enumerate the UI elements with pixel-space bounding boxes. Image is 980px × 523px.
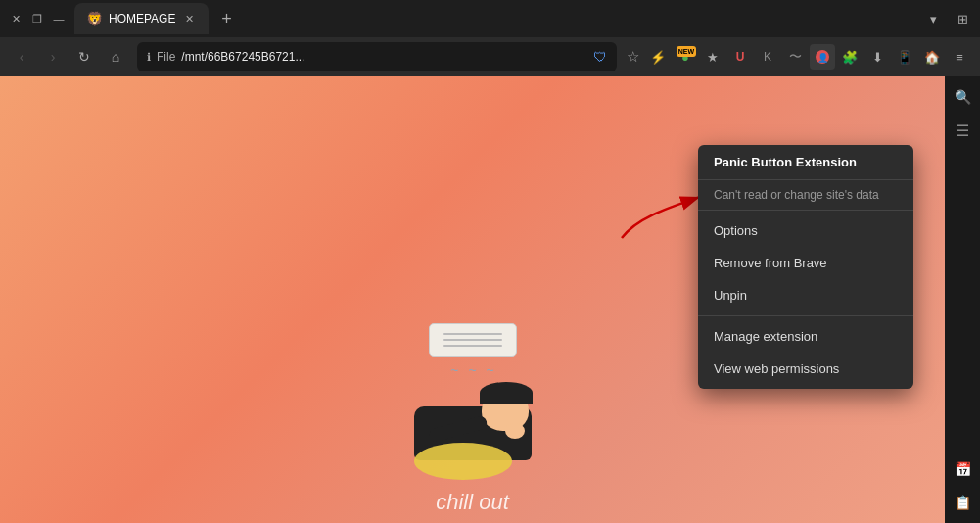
mobile-icon[interactable]: 📱 — [892, 44, 917, 70]
new-tab-button[interactable]: + — [212, 5, 240, 32]
ac-unit — [429, 323, 517, 357]
tab-bar: 🦁 HOMEPAGE ✕ + — [74, 0, 919, 37]
minimize-window-button[interactable]: ❐ — [29, 11, 45, 26]
character — [409, 382, 537, 490]
context-menu-subheader: Can't read or change site's data — [698, 180, 913, 211]
menu-item-permissions[interactable]: View web permissions — [698, 353, 913, 385]
context-menu-section-2: Manage extension View web permissions — [698, 316, 913, 389]
svg-text:👤: 👤 — [817, 52, 829, 64]
download-icon[interactable]: ⬇ — [864, 44, 890, 70]
address-input[interactable]: ℹ File /mnt/66B67245B6721... 🛡 — [137, 42, 617, 71]
bookmark-icon[interactable]: ☆ — [625, 48, 641, 66]
new-badge: NEW — [677, 46, 696, 57]
extension-icon-3[interactable]: ★ — [700, 44, 725, 70]
extensions-puzzle-icon[interactable]: 🧩 — [837, 44, 863, 70]
chill-out-text: chill out — [436, 490, 509, 515]
extension-icon-k[interactable]: K — [755, 44, 780, 70]
back-button[interactable]: ‹ — [8, 43, 35, 71]
file-label: File — [157, 50, 175, 64]
extension-icon-u[interactable]: U — [727, 44, 753, 70]
maximize-window-button[interactable]: — — [51, 11, 67, 26]
context-menu: Panic Button Extension Can't read or cha… — [698, 145, 913, 389]
sidebar-toggle-button[interactable]: ⊞ — [949, 5, 976, 32]
close-window-button[interactable]: ✕ — [8, 11, 23, 26]
reload-button[interactable]: ↻ — [70, 43, 98, 71]
home-icon[interactable]: 🏠 — [919, 44, 945, 70]
sidebar-notes-button[interactable]: 📋 — [948, 488, 977, 517]
extension-icon-1[interactable]: ⚡ — [645, 44, 671, 70]
airflow: ~ ~ ~ — [450, 362, 494, 378]
active-tab[interactable]: 🦁 HOMEPAGE ✕ — [74, 3, 209, 34]
extension-icon-wave[interactable]: 〜 — [782, 44, 808, 70]
brave-shield-icon[interactable]: 🛡 — [593, 49, 607, 65]
context-menu-section-1: Options Remove from Brave Unpin — [698, 211, 913, 315]
tab-title: HOMEPAGE — [109, 12, 175, 25]
menu-item-options[interactable]: Options — [698, 214, 913, 247]
menu-item-unpin[interactable]: Unpin — [698, 279, 913, 311]
sidebar-search-button[interactable]: 🔍 — [948, 82, 977, 112]
tab-close-button[interactable]: ✕ — [181, 11, 197, 26]
browser-window: ✕ ❐ — 🦁 HOMEPAGE ✕ + ▾ ⊞ ‹ › ↻ ⌂ ℹ File … — [0, 0, 980, 523]
menu-item-remove[interactable]: Remove from Brave — [698, 247, 913, 279]
sidebar-reading-list-button[interactable]: ☰ — [948, 116, 977, 145]
page-content: ~ ~ ~ — [0, 76, 945, 523]
extension-icon-2[interactable]: ● NEW — [673, 44, 698, 70]
sidebar-calendar-button[interactable]: 📅 — [948, 454, 977, 484]
title-bar: ✕ ❐ — 🦁 HOMEPAGE ✕ + ▾ ⊞ — [0, 0, 980, 37]
content-area: ~ ~ ~ — [0, 76, 980, 523]
arrow-indicator — [617, 189, 705, 243]
forward-button[interactable]: › — [39, 43, 67, 71]
illustration: ~ ~ ~ — [409, 323, 537, 523]
window-controls: ✕ ❐ — — [8, 11, 67, 26]
chevron-down-button[interactable]: ▾ — [919, 5, 947, 32]
security-icon: ℹ — [147, 51, 151, 64]
right-sidebar: 🔍 ☰ 📅 📋 — [945, 76, 980, 523]
home-button[interactable]: ⌂ — [102, 43, 129, 71]
context-menu-header: Panic Button Extension — [698, 145, 913, 180]
title-bar-right: ▾ ⊞ — [919, 5, 980, 32]
toolbar-icons: ⚡ ● NEW ★ U K 〜 👤 🧩 ⬇ 📱 🏠 ≡ — [645, 44, 972, 70]
tab-favicon: 🦁 — [86, 11, 103, 26]
address-bar: ‹ › ↻ ⌂ ℹ File /mnt/66B67245B6721... 🛡 ☆… — [0, 37, 980, 76]
panic-button-extension-icon[interactable]: 👤 — [810, 44, 835, 70]
url-text: /mnt/66B67245B6721... — [181, 50, 587, 64]
menu-icon[interactable]: ≡ — [947, 44, 972, 70]
menu-item-manage[interactable]: Manage extension — [698, 320, 913, 353]
